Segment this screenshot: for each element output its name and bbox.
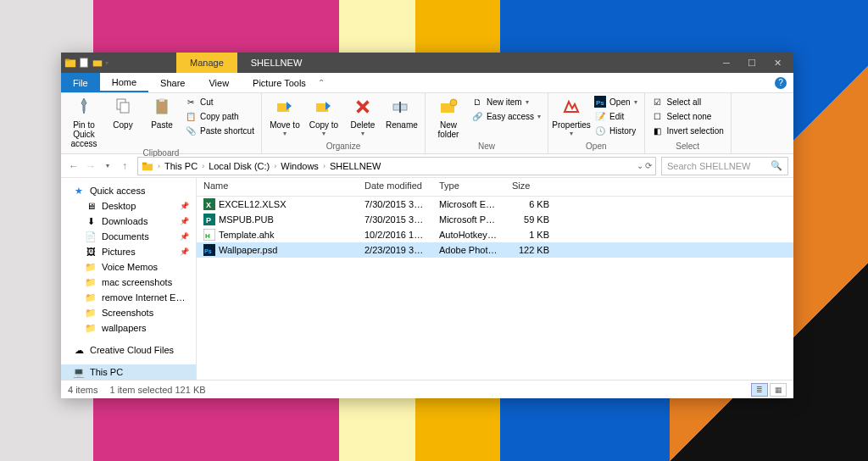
file-row[interactable]: XEXCEL12.XLSX7/30/2015 3:29 AMMicrosoft … <box>197 197 793 212</box>
ribbon-group-open: Properties▾ PsOpen▾ 📝Edit 🕓History Open <box>548 93 644 153</box>
svg-point-13 <box>450 99 457 106</box>
folder-icon: 📄 <box>85 230 97 242</box>
contextual-tab-manage[interactable]: Manage <box>176 53 237 73</box>
file-type: Adobe Photoshop... <box>432 245 505 255</box>
file-list[interactable]: XEXCEL12.XLSX7/30/2015 3:29 AMMicrosoft … <box>197 197 793 380</box>
file-row[interactable]: PsWallpaper.psd2/23/2019 3:01 AMAdobe Ph… <box>197 242 793 258</box>
sidebar-item-remove-internet-explorer-from[interactable]: 📁remove Internet Explorer from <box>61 290 196 305</box>
tab-home[interactable]: Home <box>100 73 148 92</box>
col-date[interactable]: Date modified <box>358 178 432 196</box>
sidebar-item-wallpapers[interactable]: 📁wallpapers <box>61 320 196 336</box>
col-type[interactable]: Type <box>432 178 505 196</box>
tab-picture-tools[interactable]: Picture Tools <box>241 73 318 92</box>
crumb-windows[interactable]: Windows <box>281 161 319 171</box>
file-size: 1 KB <box>505 230 556 240</box>
ribbon: Pin to Quick access Copy Paste ✂Cut 📋Cop… <box>61 93 793 154</box>
nav-creative-cloud[interactable]: ☁ Creative Cloud Files <box>61 342 196 358</box>
svg-rect-6 <box>157 100 167 114</box>
select-all-button[interactable]: ☑Select all <box>650 95 726 108</box>
file-row[interactable]: HTemplate.ahk10/2/2016 1:36 PMAutoHotkey… <box>197 227 793 242</box>
edit-button[interactable]: 📝Edit <box>593 109 638 123</box>
move-to-icon <box>273 95 297 119</box>
nav-quick-access[interactable]: ★ Quick access <box>61 183 196 198</box>
crumb-shellnew[interactable]: SHELLNEW <box>330 161 381 171</box>
cut-button[interactable]: ✂Cut <box>183 95 256 108</box>
sidebar-item-voice-memos[interactable]: 📁Voice Memos <box>61 259 196 275</box>
open-group-label: Open <box>554 142 638 152</box>
svg-rect-1 <box>65 59 70 62</box>
quick-access-toolbar[interactable]: ▾ <box>64 57 108 69</box>
folder-icon: 📁 <box>85 261 97 273</box>
navigation-pane[interactable]: ★ Quick access 🖥Desktop📌⬇Downloads📌📄Docu… <box>61 178 197 380</box>
tab-share[interactable]: Share <box>148 73 197 92</box>
paste-button[interactable]: Paste <box>144 95 180 130</box>
file-date: 7/30/2015 3:29 AM <box>358 199 432 209</box>
view-details-button[interactable]: ≣ <box>751 383 768 397</box>
select-none-button[interactable]: ☐Select none <box>650 109 726 123</box>
properties-button[interactable]: Properties▾ <box>554 95 589 137</box>
sidebar-item-downloads[interactable]: ⬇Downloads📌 <box>61 214 196 229</box>
close-button[interactable]: ✕ <box>765 53 790 73</box>
cloud-icon: ☁ <box>73 344 85 356</box>
tab-file[interactable]: File <box>61 73 100 92</box>
file-size: 6 KB <box>505 199 556 209</box>
help-icon[interactable]: ? <box>775 77 787 89</box>
new-item-button[interactable]: 🗋New item▾ <box>470 95 542 108</box>
file-explorer-window: ▾ Manage SHELLNEW ─ ☐ ✕ File Home Share … <box>61 53 793 398</box>
paste-shortcut-button[interactable]: 📎Paste shortcut <box>183 124 256 137</box>
status-selected: 1 item selected 121 KB <box>109 385 205 395</box>
svg-rect-2 <box>81 58 88 68</box>
crumb-this-pc[interactable]: This PC <box>164 161 198 171</box>
pin-icon: 📌 <box>180 217 189 225</box>
rename-button[interactable]: Rename <box>384 95 420 130</box>
breadcrumb-bar[interactable]: › This PC› Local Disk (C:)› Windows› SHE… <box>137 157 656 175</box>
invert-selection-button[interactable]: ◧Invert selection <box>650 124 726 137</box>
file-row[interactable]: PMSPUB.PUB7/30/2015 3:32 AMMicrosoft Pub… <box>197 212 793 227</box>
delete-button[interactable]: Delete▾ <box>345 95 381 137</box>
move-to-button[interactable]: Move to▾ <box>267 95 303 137</box>
paste-icon <box>150 95 174 119</box>
forward-button[interactable]: → <box>83 158 98 174</box>
history-button[interactable]: 🕓History <box>593 124 638 137</box>
recent-dropdown[interactable]: ▾ <box>100 158 115 174</box>
crumb-local-disk[interactable]: Local Disk (C:) <box>209 161 270 171</box>
copy-button[interactable]: Copy <box>105 95 141 130</box>
view-large-icons-button[interactable]: ▦ <box>770 383 787 397</box>
col-name[interactable]: Name <box>197 178 358 196</box>
maximize-button[interactable]: ☐ <box>739 53 765 73</box>
easy-access-button[interactable]: 🔗Easy access▾ <box>470 109 542 123</box>
copy-path-button[interactable]: 📋Copy path <box>183 109 256 123</box>
sidebar-item-screenshots[interactable]: 📁Screenshots <box>61 305 196 320</box>
ribbon-group-new: New folder 🗋New item▾ 🔗Easy access▾ New <box>426 93 548 153</box>
sidebar-item-documents[interactable]: 📄Documents📌 <box>61 229 196 244</box>
properties-icon[interactable] <box>78 57 90 69</box>
paste-shortcut-icon: 📎 <box>185 125 197 136</box>
column-headers[interactable]: Name Date modified Type Size <box>197 178 793 197</box>
sidebar-item-desktop[interactable]: 🖥Desktop📌 <box>61 198 196 214</box>
minimize-button[interactable]: ─ <box>714 53 739 73</box>
new-folder-button[interactable]: New folder <box>431 95 466 139</box>
history-dropdown-icon[interactable]: ⌄ <box>637 161 643 170</box>
titlebar[interactable]: ▾ Manage SHELLNEW ─ ☐ ✕ <box>61 53 793 73</box>
up-button[interactable]: ↑ <box>117 158 132 174</box>
copy-to-button[interactable]: Copy to▾ <box>306 95 342 137</box>
collapse-ribbon-icon[interactable]: ⌃ <box>318 78 325 87</box>
folder-icon: 📁 <box>85 276 97 288</box>
folder-small-icon[interactable] <box>92 57 103 69</box>
excel-icon: X <box>203 198 215 210</box>
invert-icon: ◧ <box>652 125 664 136</box>
refresh-icon[interactable]: ⟳ <box>645 161 652 170</box>
open-button[interactable]: PsOpen▾ <box>593 95 638 108</box>
sidebar-item-pictures[interactable]: 🖼Pictures📌 <box>61 244 196 259</box>
select-all-icon: ☑ <box>652 96 664 108</box>
back-button[interactable]: ← <box>66 158 81 174</box>
sidebar-item-mac-screenshots[interactable]: 📁mac screenshots <box>61 275 196 290</box>
qa-dropdown-icon[interactable]: ▾ <box>105 59 108 67</box>
search-input[interactable]: Search SHELLNEW 🔍 <box>661 157 788 175</box>
col-size[interactable]: Size <box>505 178 556 196</box>
tab-view[interactable]: View <box>197 73 241 92</box>
nav-this-pc[interactable]: 💻 This PC <box>61 364 196 380</box>
pin-quick-access-button[interactable]: Pin to Quick access <box>66 95 102 148</box>
new-item-icon: 🗋 <box>471 96 483 108</box>
pin-icon <box>72 95 96 119</box>
